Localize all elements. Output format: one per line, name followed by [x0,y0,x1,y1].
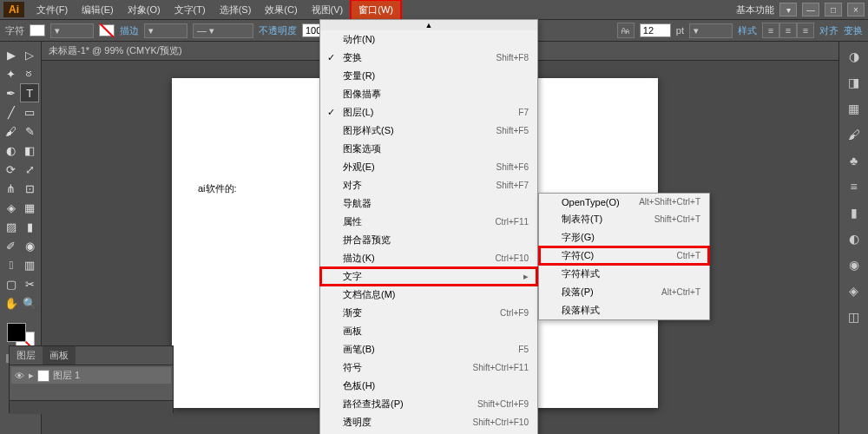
visibility-icon[interactable]: 👁 [13,371,25,381]
window-menu-item[interactable]: 拼合器预览 [320,231,537,249]
window-menu-item[interactable]: 透明度Shift+Ctrl+F10 [320,413,537,431]
window-menu-item[interactable]: 对齐Shift+F7 [320,176,537,194]
align-link[interactable]: 对齐 [819,24,838,37]
menu-file[interactable]: 文件(F) [30,1,75,19]
symbol-sprayer-tool-icon[interactable]: 𖤘 [2,255,21,274]
shape-builder-tool-icon[interactable]: ◈ [2,198,21,217]
window-menu-item[interactable]: 文档信息(M) [320,286,537,304]
window-menu-item[interactable]: 画笔(B)F5 [320,340,537,358]
window-menu-item[interactable]: 外观(E)Shift+F6 [320,158,537,176]
stroke-weight[interactable]: ▾ [144,23,187,38]
minimize-button[interactable]: — [802,3,819,16]
text-submenu-item[interactable]: OpenType(O)Alt+Shift+Ctrl+T [539,194,709,210]
layers-panel-icon[interactable]: ◫ [845,307,864,326]
window-menu-item[interactable]: 属性Ctrl+F11 [320,213,537,231]
symbols-panel-icon[interactable]: ♣ [845,151,864,170]
artboard-tool-icon[interactable]: ▢ [2,274,21,293]
fill-dropdown[interactable]: ▾ [50,23,94,38]
window-menu-item[interactable]: 图案选项 [320,140,537,158]
lasso-tool-icon[interactable]: ఠ [21,64,40,83]
stroke-link[interactable]: 描边 [120,24,139,37]
artboards-tab[interactable]: 画板 [43,346,76,365]
window-menu-item[interactable]: 描边(K)Ctrl+F10 [320,249,537,267]
window-menu-item[interactable]: 符号Shift+Ctrl+F11 [320,358,537,377]
graphic-styles-panel-icon[interactable]: ◈ [845,281,864,300]
window-menu-item[interactable]: 变换Shift+F8 [320,49,537,67]
eraser-tool-icon[interactable]: ◧ [21,141,40,160]
transparency-panel-icon[interactable]: ◐ [845,229,864,248]
align-center-icon[interactable]: ≡ [779,23,797,38]
layer-row[interactable]: 👁 ▸ 图层 1 [11,367,171,384]
align-left-icon[interactable]: ≡ [762,23,779,38]
style-link[interactable]: 样式 [738,24,757,37]
stroke-panel-icon[interactable]: ≡ [845,177,864,196]
window-menu-item[interactable]: 文字▸ [320,267,537,286]
graph-tool-icon[interactable]: ▥ [21,255,40,274]
window-menu-item[interactable]: 路径查找器(P)Shift+Ctrl+F9 [320,395,537,413]
type-tool-icon[interactable]: T [20,83,39,102]
hand-tool-icon[interactable]: ✋ [2,293,21,312]
window-menu-item[interactable]: 导航器 [320,194,537,213]
menu-text[interactable]: 文字(T) [168,1,213,19]
stroke-style[interactable]: — ▾ [193,23,253,38]
menu-select[interactable]: 选择(S) [213,1,259,19]
menu-effect[interactable]: 效果(C) [258,1,304,19]
text-submenu-item[interactable]: 字符样式 [539,265,709,283]
menu-view[interactable]: 视图(V) [305,1,351,19]
rect-tool-icon[interactable]: ▭ [21,102,40,122]
free-transform-tool-icon[interactable]: ⊡ [21,179,40,198]
menu-edit[interactable]: 编辑(E) [75,1,121,19]
width-tool-icon[interactable]: ⋔ [2,179,21,198]
pen-tool-icon[interactable]: ✒ [2,83,20,102]
stroke-swatch[interactable] [99,24,115,36]
window-menu-item[interactable]: 色板(H) [320,377,537,395]
menu-scroll-up-icon[interactable]: ▲ [320,20,537,30]
pencil-tool-icon[interactable]: ✎ [21,122,40,141]
layers-tab[interactable]: 图层 [10,346,43,365]
brushes-panel-icon[interactable]: 🖌 [845,125,864,144]
color-panel-icon[interactable]: ◑ [845,47,864,66]
fill-swatch[interactable] [30,24,45,36]
fg-color-swatch[interactable] [7,323,26,342]
slice-tool-icon[interactable]: ✂ [21,274,40,293]
appearance-panel-icon[interactable]: ◉ [845,255,864,274]
window-menu-item[interactable]: 变量(R) [320,67,537,85]
transform-link[interactable]: 变换 [844,24,863,37]
maximize-button[interactable]: □ [825,3,842,16]
text-submenu-item[interactable]: 制表符(T)Shift+Ctrl+T [539,210,709,228]
close-button[interactable]: × [847,3,865,16]
color-guide-icon[interactable]: ◨ [845,73,864,92]
blend-tool-icon[interactable]: ◉ [21,236,40,255]
window-menu-item[interactable]: 图层(L)F7 [320,103,537,122]
rotate-tool-icon[interactable]: ⟳ [2,160,21,179]
line-tool-icon[interactable]: ╱ [2,102,21,122]
window-menu-item[interactable]: 图像描摹 [320,85,537,103]
text-submenu-item[interactable]: 字形(G) [539,228,709,247]
window-menu-item[interactable]: 渐变Ctrl+F9 [320,304,537,322]
layer-name[interactable]: 图层 1 [53,369,80,382]
menu-window[interactable]: 窗口(W) [350,0,402,21]
expand-icon[interactable]: ▸ [29,370,34,381]
magic-wand-tool-icon[interactable]: ✦ [2,64,21,83]
gradient-tool-icon[interactable]: ▮ [21,217,40,236]
eyedropper-tool-icon[interactable]: ✐ [2,236,21,255]
font-size-input[interactable] [640,23,671,37]
selection-tool-icon[interactable]: ▶ [2,45,21,64]
menu-object[interactable]: 对象(O) [121,1,168,19]
swatches-panel-icon[interactable]: ▦ [845,99,864,118]
search-icon[interactable]: ▾ [779,3,797,16]
window-menu-item[interactable]: 画板 [320,322,537,340]
direct-select-tool-icon[interactable]: ▷ [21,45,40,64]
window-menu-item[interactable]: 图形样式(S)Shift+F5 [320,122,537,140]
perspective-tool-icon[interactable]: ▦ [21,198,40,217]
text-submenu-item[interactable]: 段落样式 [539,301,709,319]
font-size-dropdown[interactable]: ▾ [689,23,733,38]
mesh-tool-icon[interactable]: ▨ [2,217,21,236]
gradient-panel-icon[interactable]: ▮ [845,203,864,222]
text-submenu-item[interactable]: 段落(P)Alt+Ctrl+T [539,283,709,301]
align-right-icon[interactable]: ≡ [797,23,814,38]
window-menu-item[interactable]: 动作(N) [320,30,537,49]
char-panel-icon[interactable]: 🗛 [617,23,635,38]
blob-brush-tool-icon[interactable]: ◐ [2,141,21,160]
workspace-label[interactable]: 基本功能 [736,3,774,16]
